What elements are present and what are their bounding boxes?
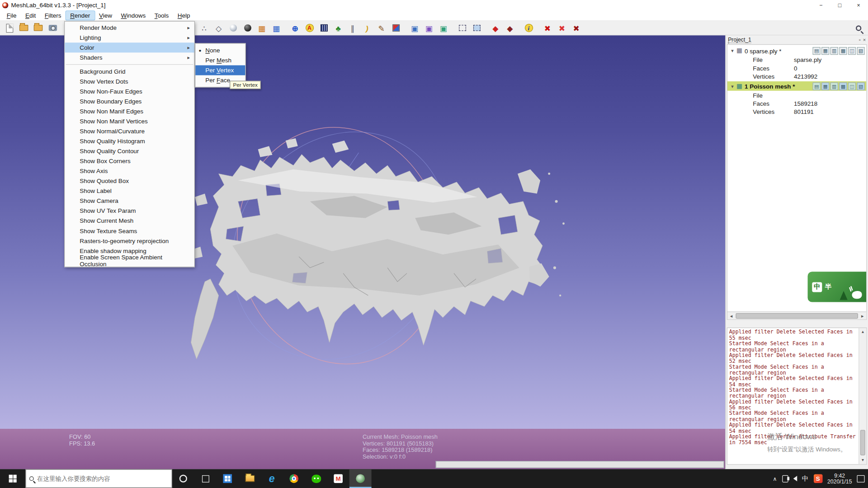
wire-overlay-icon[interactable]: ▦ — [269, 22, 283, 34]
ime-mode-indicator[interactable]: 中 — [802, 474, 809, 483]
menu-item-show-quoted-box[interactable]: Show Quoted Box — [65, 176, 194, 186]
submenu-item-per-mesh[interactable]: Per Mesh — [195, 55, 245, 65]
render-smooth-icon[interactable] — [226, 22, 240, 34]
select-faces-icon[interactable] — [470, 22, 483, 34]
menu-item-render-mode[interactable]: Render Mode▸ — [65, 23, 194, 33]
layer-flat-icon[interactable]: ▩ — [839, 47, 847, 54]
menu-item-show-box-corners[interactable]: Show Box Corners — [65, 156, 194, 166]
menu-item-color[interactable]: Color▸ — [65, 42, 194, 52]
maximize-button[interactable]: □ — [830, 0, 849, 10]
menu-item-show-normal-curvature[interactable]: Show Normal/Curvature — [65, 126, 194, 136]
render-points-icon[interactable]: ∴ — [198, 22, 211, 34]
ime-chinese-mode-icon[interactable]: 中 — [812, 282, 822, 292]
scrollbar-thumb[interactable] — [736, 313, 858, 318]
sogou-ime-icon[interactable]: S — [813, 474, 822, 483]
menu-item-lighting[interactable]: Lighting▸ — [65, 33, 194, 42]
menu-render[interactable]: Render — [66, 11, 94, 20]
import-mesh-icon[interactable] — [32, 22, 45, 34]
menu-item-show-boundary-edges[interactable]: Show Boundary Edges — [65, 96, 194, 106]
menu-view[interactable]: View — [94, 11, 117, 20]
manipulator-icon[interactable]: ◆ — [489, 22, 502, 34]
layer-name[interactable]: 0 sparse.ply * — [745, 47, 782, 54]
layer-wire-icon[interactable]: ▦ — [821, 82, 829, 90]
submenu-item-none[interactable]: ● None — [195, 45, 245, 55]
delete-selected-vertices-icon[interactable]: ✖ — [555, 22, 568, 34]
log-scrollbar[interactable]: ▴ ▾ — [859, 328, 866, 464]
layer-texture-icon[interactable]: ▧ — [857, 47, 865, 54]
clover-icon[interactable]: ♣ — [331, 22, 344, 34]
text-label-icon[interactable]: A — [303, 22, 316, 34]
layer-points-icon[interactable]: ▥ — [830, 82, 838, 90]
select-vertices-icon[interactable] — [456, 22, 469, 34]
texture-toggle-icon[interactable]: ▦ — [255, 22, 268, 34]
layer-texture-icon[interactable]: ▧ — [857, 82, 865, 90]
action-center-icon[interactable] — [857, 475, 865, 482]
menu-item-show-quality-contour[interactable]: Show Quality Contour — [65, 146, 194, 156]
new-document-icon[interactable] — [3, 22, 16, 34]
taskbar-search[interactable] — [25, 469, 172, 488]
align-tool-icon[interactable]: ▣ — [408, 22, 421, 34]
taskbar-app-chrome[interactable] — [283, 469, 305, 488]
align-pair-icon[interactable]: ▣ — [422, 22, 435, 34]
close-button[interactable]: × — [849, 0, 868, 10]
layer-list-hscrollbar[interactable]: ◂ ▸ — [727, 311, 866, 319]
scroll-up-icon[interactable]: ▴ — [859, 328, 866, 336]
layer-row-sparse[interactable]: ▾ ▦ 0 sparse.ply * ▤ ▦ ▥ ▩ ◫ ▧ — [727, 46, 866, 56]
taskbar-app-explorer[interactable] — [239, 469, 261, 488]
menu-filters[interactable]: Filters — [40, 11, 66, 20]
delete-selected-faces-icon[interactable]: ✖ — [541, 22, 554, 34]
menu-item-rasters-reprojection[interactable]: Rasters-to-geometry reprojection — [65, 236, 194, 246]
menu-tools[interactable]: Tools — [150, 11, 173, 20]
layer-smooth-icon[interactable]: ◫ — [848, 47, 856, 54]
snapshot-icon[interactable] — [46, 22, 59, 34]
layer-smooth-icon[interactable]: ◫ — [848, 82, 856, 90]
info-icon[interactable]: i — [522, 22, 535, 34]
dock-splitter[interactable] — [726, 320, 868, 328]
chevron-down-icon[interactable]: ▾ — [729, 83, 736, 89]
layer-points-icon[interactable]: ▥ — [830, 47, 838, 54]
chevron-down-icon[interactable]: ▾ — [729, 48, 736, 53]
scrollbar-thumb[interactable] — [860, 430, 865, 455]
menu-item-show-label[interactable]: Show Label — [65, 186, 194, 196]
menu-edit[interactable]: Edit — [21, 11, 40, 20]
layer-flat-icon[interactable]: ▩ — [839, 82, 847, 90]
pencil-edit-icon[interactable]: ✎ — [375, 22, 388, 34]
submenu-item-per-vertex[interactable]: Per Vertex — [195, 65, 245, 75]
menu-item-enable-ssao[interactable]: Enable Screen Space Ambient Occlusion — [65, 256, 194, 266]
volume-icon[interactable] — [793, 476, 797, 481]
dock-float-button[interactable]: ▫ — [859, 37, 861, 42]
menu-item-show-non-manif-vertices[interactable]: Show Non Manif Vertices — [65, 116, 194, 126]
layer-visibility-icon[interactable]: ▤ — [813, 82, 821, 90]
menu-windows[interactable]: Windows — [117, 11, 150, 20]
ime-halfwidth-icon[interactable]: 半 — [825, 282, 831, 291]
open-project-icon[interactable] — [17, 22, 30, 34]
layer-wire-icon[interactable]: ▦ — [821, 47, 829, 54]
menu-item-show-non-manif-edges[interactable]: Show Non Manif Edges — [65, 106, 194, 116]
minimize-button[interactable]: − — [811, 0, 830, 10]
task-view-button[interactable] — [194, 469, 217, 488]
taskbar-app-wechat[interactable] — [305, 469, 327, 488]
render-wireframe-icon[interactable]: ◇ — [212, 22, 225, 34]
raster-icon[interactable] — [389, 22, 402, 34]
measure-tool-icon[interactable]: ∥ — [346, 22, 359, 34]
start-button[interactable] — [0, 469, 25, 488]
menu-file[interactable]: File — [2, 11, 21, 20]
dock-close-button[interactable]: × — [863, 37, 866, 42]
menu-item-show-camera[interactable]: Show Camera — [65, 196, 194, 206]
menu-item-shaders[interactable]: Shaders▸ — [65, 52, 194, 62]
layer-row-poisson[interactable]: ▾ ▦ 1 Poisson mesh * ▤ ▦ ▥ ▩ ◫ ▧ — [727, 81, 866, 91]
menu-item-show-current-mesh[interactable]: Show Current Mesh — [65, 216, 194, 226]
bottom-scrollbar[interactable] — [436, 461, 724, 468]
delete-selection-icon[interactable]: ✖ — [570, 22, 583, 34]
menu-help[interactable]: Help — [173, 11, 194, 20]
search-input[interactable] — [37, 475, 168, 482]
curve-tool-icon[interactable]: ) — [360, 22, 373, 34]
globe-icon[interactable]: ⊕ — [288, 22, 302, 34]
scroll-right-icon[interactable]: ▸ — [859, 313, 866, 318]
histogram-icon[interactable] — [317, 22, 330, 34]
filter-search-icon[interactable] — [852, 22, 865, 34]
tray-expand-icon[interactable]: ∧ — [773, 475, 777, 481]
ime-status-overlay[interactable]: 中 半 — [808, 272, 867, 302]
taskbar-app-mail[interactable]: M — [327, 469, 349, 488]
taskbar-app-edge[interactable]: e — [261, 469, 283, 488]
